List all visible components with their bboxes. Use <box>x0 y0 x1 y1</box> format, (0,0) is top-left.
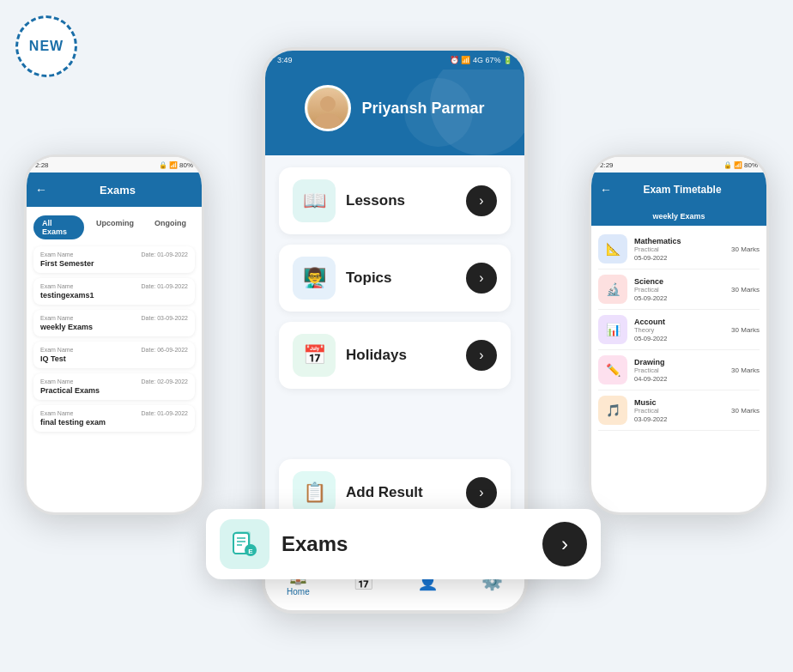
new-badge-label: NEW <box>29 39 64 54</box>
right-screen-title: Exam Timetable <box>619 184 746 196</box>
new-badge: NEW <box>15 15 77 77</box>
exam-item[interactable]: Exam NameDate: 01-09-2022 First Semester <box>33 246 195 273</box>
exam-item[interactable]: Exam NameDate: 06-09-2022 IQ Test <box>33 342 195 368</box>
weekly-section-label: weekly Exams <box>591 207 766 226</box>
timetable-row[interactable]: 📊 Account Theory 05-09-2022 30 Marks <box>598 310 760 350</box>
holidays-label: Holidays <box>346 347 456 364</box>
account-icon: 📊 <box>598 315 627 344</box>
avatar-row: Priyansh Parmar <box>305 85 484 131</box>
filter-all-exams[interactable]: All Exams <box>33 215 84 239</box>
left-phone: 2:28 🔒 📶 80% ← Exams All Exams Upcoming … <box>24 154 204 515</box>
left-status-bar: 2:28 🔒 📶 80% <box>27 157 202 173</box>
menu-topics[interactable]: 👨‍🏫 Topics › <box>279 245 511 312</box>
profile-header: Priyansh Parmar <box>265 70 524 155</box>
center-status-icons: ⏰ 📶 4G 67% 🔋 <box>450 56 512 64</box>
exams-float-label: Exams <box>281 532 530 556</box>
exam-item[interactable]: Exam NameDate: 01-09-2022 final testing … <box>33 405 195 432</box>
timetable-row[interactable]: 🔬 Science Practical 05-09-2022 30 Marks <box>598 269 760 310</box>
center-time: 3:49 <box>277 56 293 64</box>
right-header: ← Exam Timetable <box>591 173 766 207</box>
topics-arrow[interactable]: › <box>466 263 497 294</box>
left-status-icons: 🔒 📶 80% <box>159 161 193 169</box>
left-back-button[interactable]: ← <box>35 183 47 197</box>
lessons-arrow[interactable]: › <box>466 185 497 216</box>
timetable-row[interactable]: 🎵 Music Practical 03-09-2022 30 Marks <box>598 390 760 431</box>
exam-item[interactable]: Exam NameDate: 02-09-2022 Practical Exam… <box>33 373 195 400</box>
exam-list: Exam NameDate: 01-09-2022 First Semester… <box>27 246 202 432</box>
menu-lessons[interactable]: 📖 Lessons › <box>279 167 511 234</box>
right-time: 2:29 <box>600 161 614 169</box>
right-status-bar: 2:29 🔒 📶 80% <box>591 157 766 173</box>
timetable-row[interactable]: ✏️ Drawing Practical 04-09-2022 30 Marks <box>598 350 760 390</box>
exams-float-arrow[interactable]: › <box>542 522 587 566</box>
exams-float-icon: E <box>220 519 269 569</box>
user-name: Priyansh Parmar <box>361 100 484 118</box>
add-result-label: Add Result <box>346 484 456 501</box>
add-result-icon: 📋 <box>293 471 336 514</box>
timetable-list: 📐 Mathematics Practical 05-09-2022 30 Ma… <box>591 229 766 431</box>
floating-exams-card[interactable]: E Exams › <box>206 509 601 579</box>
menu-holidays[interactable]: 📅 Holidays › <box>279 322 511 389</box>
drawing-icon: ✏️ <box>598 355 627 384</box>
holidays-arrow[interactable]: › <box>466 340 497 371</box>
menu-content: 📖 Lessons › 👨‍🏫 Topics › 📅 Holidays › 📋 … <box>265 155 524 554</box>
science-icon: 🔬 <box>598 275 627 304</box>
filter-tabs: All Exams Upcoming Ongoing <box>27 207 202 246</box>
right-phone: 2:29 🔒 📶 80% ← Exam Timetable weekly Exa… <box>589 154 769 515</box>
right-back-button[interactable]: ← <box>600 183 612 197</box>
add-result-arrow[interactable]: › <box>466 477 497 508</box>
nav-home-label: Home <box>287 587 310 596</box>
avatar <box>305 85 351 131</box>
filter-upcoming[interactable]: Upcoming <box>88 215 142 239</box>
center-status-bar: 3:49 ⏰ 📶 4G 67% 🔋 <box>265 51 524 70</box>
lessons-icon: 📖 <box>293 179 336 222</box>
right-status-icons: 🔒 📶 80% <box>723 161 758 169</box>
exam-item[interactable]: Exam NameDate: 01-09-2022 testingexams1 <box>33 278 195 305</box>
left-header: ← Exams <box>27 173 202 207</box>
lessons-label: Lessons <box>346 192 456 209</box>
music-icon: 🎵 <box>598 396 627 425</box>
holidays-icon: 📅 <box>293 334 336 377</box>
topics-icon: 👨‍🏫 <box>293 257 336 300</box>
left-screen-title: Exams <box>54 184 181 197</box>
timetable-row[interactable]: 📐 Mathematics Practical 05-09-2022 30 Ma… <box>598 229 760 269</box>
left-time: 2:28 <box>35 161 49 169</box>
exam-item[interactable]: Exam NameDate: 03-09-2022 weekly Exams <box>33 310 195 336</box>
topics-label: Topics <box>346 269 456 287</box>
svg-text:E: E <box>248 548 253 555</box>
math-icon: 📐 <box>598 234 627 263</box>
filter-ongoing[interactable]: Ongoing <box>146 215 195 239</box>
